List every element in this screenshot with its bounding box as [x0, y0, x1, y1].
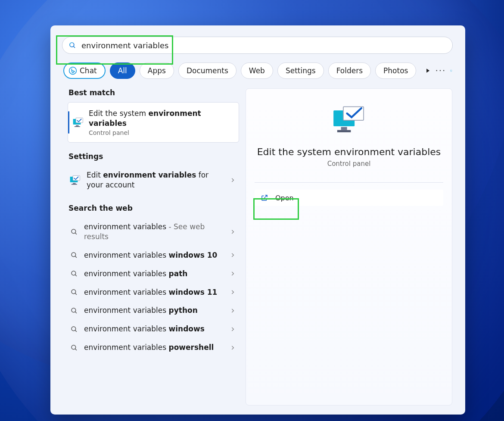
- svg-point-12: [72, 229, 76, 234]
- web-heading: Search the web: [68, 204, 239, 212]
- svg-point-24: [72, 345, 76, 349]
- web-result-label: environment variables path: [84, 269, 224, 279]
- web-result[interactable]: environment variables windows 10: [68, 246, 239, 265]
- svg-line-1: [73, 46, 75, 48]
- filter-folders[interactable]: Folders: [328, 62, 371, 79]
- chevron-right-icon: [230, 308, 236, 314]
- filter-chat[interactable]: Chat: [63, 62, 106, 79]
- filters-overflow-next-icon[interactable]: [425, 62, 431, 79]
- web-result-label: environment variables windows 10: [84, 250, 224, 260]
- search-icon: [70, 228, 78, 236]
- search-icon: [70, 307, 78, 315]
- web-result[interactable]: environment variables powershell: [68, 338, 239, 357]
- filter-settings[interactable]: Settings: [277, 62, 324, 79]
- svg-rect-10: [73, 183, 76, 184]
- chevron-right-icon: [230, 252, 236, 258]
- filter-documents[interactable]: Documents: [178, 62, 236, 79]
- web-result[interactable]: environment variables path: [68, 265, 239, 283]
- chevron-right-icon: [230, 177, 236, 183]
- search-bar[interactable]: [62, 37, 453, 54]
- search-icon: [70, 270, 78, 278]
- more-options-button[interactable]: ···: [435, 62, 446, 79]
- svg-point-14: [72, 253, 76, 257]
- chevron-right-icon: [230, 345, 236, 351]
- filter-web[interactable]: Web: [241, 62, 273, 79]
- web-result[interactable]: environment variables - See web results: [68, 218, 239, 246]
- filter-photos[interactable]: Photos: [375, 62, 416, 79]
- control-panel-icon: [72, 117, 84, 128]
- results-column: Best match Edit the system environment v…: [63, 88, 239, 416]
- svg-point-0: [70, 43, 74, 47]
- svg-line-17: [75, 274, 77, 276]
- svg-rect-7: [75, 126, 80, 127]
- web-result[interactable]: environment variables windows: [68, 320, 239, 338]
- web-result[interactable]: environment variables python: [68, 301, 239, 320]
- filter-chat-label: Chat: [80, 66, 97, 75]
- svg-point-18: [72, 290, 76, 294]
- web-result[interactable]: environment variables windows 11: [68, 283, 239, 302]
- chevron-right-icon: [230, 271, 236, 277]
- best-match-result[interactable]: Edit the system environment variables Co…: [68, 102, 239, 143]
- open-label: Open: [275, 194, 294, 202]
- control-panel-icon: [69, 175, 81, 186]
- svg-line-19: [75, 293, 77, 295]
- search-icon: [68, 41, 76, 49]
- preview-title: Edit the system environment variables: [257, 147, 441, 157]
- svg-rect-6: [76, 125, 79, 126]
- web-result-label: environment variables python: [84, 306, 224, 315]
- filter-all[interactable]: All: [110, 62, 135, 79]
- web-result-label: environment variables windows 11: [84, 287, 224, 297]
- search-panel: Chat All Apps Documents Web Settings Fol…: [50, 25, 465, 415]
- chat-bing-icon: [68, 66, 77, 75]
- chevron-right-icon: [230, 326, 236, 332]
- open-action[interactable]: Open: [255, 190, 443, 206]
- filter-apps[interactable]: Apps: [140, 62, 174, 79]
- search-icon: [70, 288, 78, 296]
- preview-pane: Edit the system environment variables Co…: [246, 88, 452, 405]
- svg-line-23: [75, 330, 77, 332]
- web-result-label: environment variables windows: [84, 324, 224, 334]
- best-match-subtitle: Control panel: [89, 129, 232, 136]
- svg-rect-28: [341, 127, 347, 130]
- search-icon: [70, 344, 78, 352]
- svg-line-25: [75, 349, 77, 350]
- web-result-label: environment variables - See web results: [84, 222, 224, 242]
- svg-line-13: [75, 233, 77, 234]
- filter-row: Chat All Apps Documents Web Settings Fol…: [63, 62, 452, 79]
- settings-result[interactable]: Edit environment variables for your acco…: [68, 166, 239, 194]
- svg-point-16: [72, 271, 76, 275]
- search-icon: [70, 325, 78, 333]
- chevron-right-icon: [230, 229, 236, 235]
- open-external-icon: [261, 194, 268, 202]
- svg-rect-29: [337, 130, 351, 132]
- divider: [255, 182, 443, 183]
- preview-app-icon: [332, 105, 366, 135]
- svg-line-21: [75, 312, 77, 313]
- chevron-right-icon: [230, 289, 236, 295]
- best-match-heading: Best match: [68, 88, 239, 97]
- svg-point-20: [72, 308, 76, 312]
- bing-icon[interactable]: [450, 62, 452, 79]
- svg-point-22: [72, 327, 76, 331]
- search-icon: [70, 251, 78, 259]
- search-input[interactable]: [81, 41, 446, 50]
- web-result-label: environment variables powershell: [84, 343, 224, 352]
- settings-result-label: Edit environment variables for your acco…: [87, 170, 224, 190]
- best-match-title: Edit the system environment variables: [89, 109, 232, 128]
- preview-subtitle: Control panel: [327, 160, 371, 168]
- settings-heading: Settings: [68, 152, 239, 161]
- svg-line-15: [75, 256, 77, 258]
- svg-rect-11: [72, 184, 77, 185]
